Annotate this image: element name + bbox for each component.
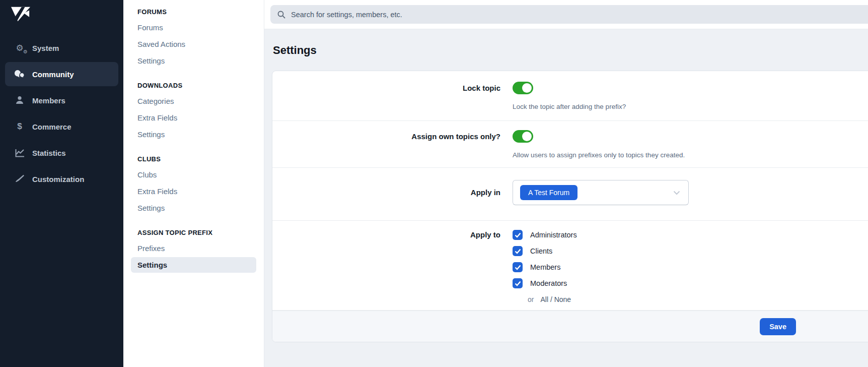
- toggle-knob: [522, 83, 532, 93]
- field-control: A Test Forum: [500, 180, 689, 205]
- checkbox-row-clients: Clients: [513, 246, 577, 257]
- sidebar-item-system[interactable]: ⚙⚙ System: [5, 36, 118, 60]
- or-label: or: [528, 295, 534, 303]
- form-row-apply-in: Apply in A Test Forum: [272, 168, 868, 221]
- nav-item-downloads-settings[interactable]: Settings: [131, 127, 256, 142]
- sidebar-item-label: Customization: [32, 175, 84, 184]
- checkbox-label: Clients: [530, 247, 552, 255]
- sidebar-item-label: Commerce: [32, 123, 71, 131]
- dollar-icon: $: [14, 121, 25, 132]
- checkbox-row-moderators: Moderators: [513, 278, 577, 289]
- sidebar-item-label: Statistics: [32, 149, 66, 157]
- form-row-apply-to: Apply to Administrators: [272, 221, 868, 311]
- field-control: Administrators Clients: [500, 229, 577, 303]
- nav-item-categories[interactable]: Categories: [131, 93, 256, 109]
- form-footer: Save: [272, 311, 868, 342]
- nav-section-downloads: DOWNLOADS Categories Extra Fields Settin…: [131, 82, 256, 142]
- field-label: Apply in: [272, 180, 500, 205]
- field-control: Lock the topic after adding the prefix?: [500, 82, 626, 110]
- check-icon: [515, 249, 521, 254]
- sidebar-item-label: System: [32, 44, 59, 52]
- nav-item-prefixes[interactable]: Prefixes: [131, 240, 256, 256]
- nav-item-forums-settings[interactable]: Settings: [131, 53, 256, 69]
- sidebar-item-customization[interactable]: Customization: [5, 167, 118, 191]
- field-description: Lock the topic after adding the prefix?: [513, 103, 626, 110]
- assign-own-topics-toggle[interactable]: [513, 130, 533, 143]
- checkbox-label: Moderators: [530, 279, 567, 287]
- content: Settings Lock topic Lock the topic after…: [264, 29, 868, 367]
- nav-item-prefix-settings[interactable]: Settings: [131, 257, 256, 273]
- nav-item-saved-actions[interactable]: Saved Actions: [131, 36, 256, 52]
- nav-item-clubs-settings[interactable]: Settings: [131, 200, 256, 216]
- paintbrush-icon: [14, 174, 25, 184]
- save-button[interactable]: Save: [760, 318, 796, 335]
- gears-icon: ⚙⚙: [14, 44, 25, 52]
- sidebar-item-label: Members: [32, 96, 65, 105]
- primary-sidebar: ⚙⚙ System Community Members $: [0, 0, 123, 367]
- sidebar-item-label: Community: [32, 70, 74, 79]
- search-icon: [277, 11, 285, 19]
- check-icon: [515, 281, 521, 286]
- sidebar-item-commerce[interactable]: $ Commerce: [5, 114, 118, 139]
- nav-section-title: CLUBS: [131, 155, 256, 163]
- app-window: ⚙⚙ System Community Members $: [0, 0, 868, 367]
- form-row-lock-topic: Lock topic Lock the topic after adding t…: [272, 71, 868, 121]
- search-bar[interactable]: [270, 5, 868, 24]
- form-row-assign-own-topics: Assign own topics only? Allow users to a…: [272, 121, 868, 168]
- members-checkbox[interactable]: [513, 262, 523, 272]
- nav-section-title: ASSIGN TOPIC PREFIX: [131, 229, 256, 236]
- chevron-down-icon: [673, 191, 680, 195]
- field-label: Lock topic: [272, 82, 500, 110]
- search-input[interactable]: [291, 11, 865, 19]
- moderators-checkbox[interactable]: [513, 278, 523, 288]
- nav-section-clubs: CLUBS Clubs Extra Fields Settings: [131, 155, 256, 216]
- field-label: Assign own topics only?: [272, 130, 500, 159]
- administrators-checkbox[interactable]: [513, 230, 523, 240]
- chart-line-icon: [14, 149, 25, 157]
- sidebar-item-community[interactable]: Community: [5, 62, 118, 86]
- nav-section-forums: FORUMS Forums Saved Actions Settings: [131, 8, 256, 69]
- sidebar-item-members[interactable]: Members: [5, 88, 118, 112]
- nav-item-clubs[interactable]: Clubs: [131, 167, 256, 182]
- clients-checkbox[interactable]: [513, 246, 523, 256]
- check-icon: [515, 265, 521, 270]
- all-none-row: or All / None: [528, 295, 577, 303]
- field-description: Allow users to assign prefixes only to t…: [513, 151, 685, 159]
- chat-bubbles-icon: [14, 70, 25, 79]
- nav-item-downloads-extra-fields[interactable]: Extra Fields: [131, 110, 256, 126]
- nav-section-title: DOWNLOADS: [131, 82, 256, 89]
- checkbox-row-administrators: Administrators: [513, 229, 577, 240]
- checkbox-row-members: Members: [513, 262, 577, 273]
- invision-logo-icon: [11, 6, 30, 24]
- field-label: Apply to: [272, 229, 500, 303]
- nav-section-assign-topic-prefix: ASSIGN TOPIC PREFIX Prefixes Settings: [131, 229, 256, 273]
- settings-form-card: Lock topic Lock the topic after adding t…: [272, 71, 868, 342]
- lock-topic-toggle[interactable]: [513, 82, 533, 94]
- page-title: Settings: [273, 44, 868, 57]
- checkbox-label: Administrators: [530, 231, 577, 239]
- all-none-link[interactable]: All / None: [540, 295, 571, 303]
- check-icon: [515, 232, 521, 238]
- main-area: Settings Lock topic Lock the topic after…: [264, 0, 868, 367]
- field-control: Allow users to assign prefixes only to t…: [500, 130, 685, 159]
- invision-logo[interactable]: [11, 6, 30, 24]
- apply-in-select[interactable]: A Test Forum: [513, 180, 689, 205]
- person-icon: [14, 96, 25, 105]
- topbar: [264, 0, 868, 29]
- nav-section-title: FORUMS: [131, 8, 256, 16]
- toggle-knob: [522, 132, 532, 141]
- checkbox-label: Members: [530, 263, 560, 271]
- nav-item-clubs-extra-fields[interactable]: Extra Fields: [131, 184, 256, 199]
- sidebar-item-statistics[interactable]: Statistics: [5, 141, 118, 165]
- secondary-sidebar: FORUMS Forums Saved Actions Settings DOW…: [123, 0, 264, 367]
- nav-item-forums[interactable]: Forums: [131, 20, 256, 35]
- selected-forum-tag: A Test Forum: [520, 185, 577, 200]
